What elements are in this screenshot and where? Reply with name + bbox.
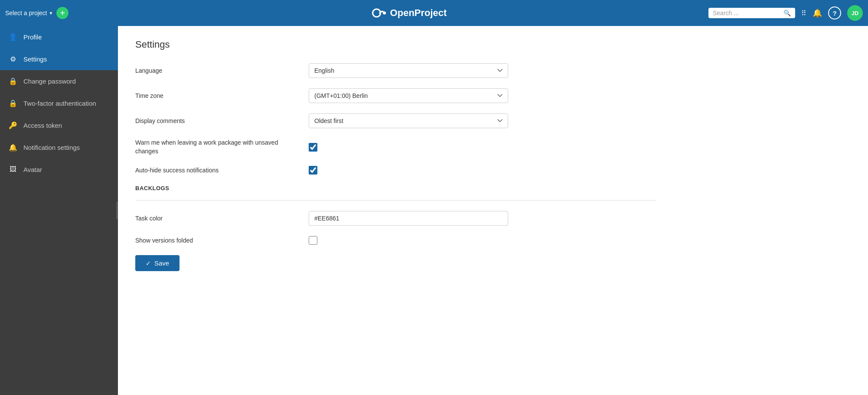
apps-icon[interactable]: ⠿ [801,9,806,17]
backlogs-heading: BACKLOGS [135,185,656,191]
language-control: English German French Spanish [309,63,508,78]
show-versions-checkbox[interactable] [309,236,317,245]
lock-icon: 🔒 [9,77,17,85]
search-box[interactable]: 🔍 [708,8,795,18]
svg-point-1 [383,11,386,14]
project-select[interactable]: Select a project ▼ [5,10,53,16]
help-icon[interactable]: ? [828,6,841,19]
warn-label: Warn me when leaving a work package with… [135,139,300,155]
display-comments-control: Oldest first Newest first [309,113,508,128]
profile-icon: 👤 [9,33,17,41]
timezone-label: Time zone [135,92,300,99]
autohide-row: Auto-hide success notifications [135,166,656,175]
save-button[interactable]: ✓ Save [135,255,179,271]
show-versions-checkbox-wrapper [309,236,317,245]
sidebar-item-label: Access token [23,122,62,129]
language-select[interactable]: English German French Spanish [309,63,508,78]
warn-row: Warn me when leaving a work package with… [135,139,656,155]
navbar: Select a project ▼ + OpenProject 🔍 ⠿ 🔔 ?… [0,0,868,26]
avatar[interactable]: JD [847,5,863,21]
logo-text: OpenProject [390,7,447,19]
sidebar-item-avatar[interactable]: 🖼 Avatar [0,159,118,180]
task-color-label: Task color [135,215,300,222]
save-label: Save [154,259,169,267]
sidebar-resize-handle[interactable] [116,202,118,219]
add-project-button[interactable]: + [56,7,69,19]
main-content: Settings Language English German French … [118,26,868,395]
image-icon: 🖼 [9,165,17,173]
sidebar-item-settings[interactable]: ⚙ Settings [0,48,118,70]
sidebar-item-notification-settings[interactable]: 🔔 Notification settings [0,136,118,159]
settings-form: Language English German French Spanish T… [135,63,656,271]
sidebar-item-label: Profile [23,33,42,41]
search-input[interactable] [713,10,781,16]
display-comments-label: Display comments [135,117,300,124]
timezone-row: Time zone (GMT+01:00) Berlin (GMT+00:00)… [135,88,656,103]
autohide-label: Auto-hide success notifications [135,167,300,174]
sidebar-item-two-factor[interactable]: 🔒 Two-factor authentication [0,92,118,114]
notifications-icon[interactable]: 🔔 [813,8,822,18]
key-icon: 🔑 [9,121,17,130]
settings-icon: ⚙ [9,55,17,63]
shield-icon: 🔒 [9,99,17,107]
language-row: Language English German French Spanish [135,63,656,78]
sidebar-item-profile[interactable]: 👤 Profile [0,26,118,48]
language-label: Language [135,67,300,74]
task-color-row: Task color [135,211,656,226]
sidebar-item-label: Change password [23,78,76,85]
checkmark-icon: ✓ [146,260,151,267]
sidebar-item-label: Two-factor authentication [23,100,96,107]
timezone-select[interactable]: (GMT+01:00) Berlin (GMT+00:00) UTC (GMT-… [309,88,508,103]
logo: OpenProject [371,5,447,21]
sidebar-item-change-password[interactable]: 🔒 Change password [0,70,118,92]
sidebar-item-label: Notification settings [23,144,80,151]
layout: 👤 Profile ⚙ Settings 🔒 Change password 🔒… [0,0,868,395]
warn-checkbox[interactable] [309,143,317,152]
show-versions-row: Show versions folded [135,236,656,245]
display-comments-select[interactable]: Oldest first Newest first [309,113,508,128]
timezone-control: (GMT+01:00) Berlin (GMT+00:00) UTC (GMT-… [309,88,508,103]
logo-icon [371,5,387,21]
section-divider [135,200,656,201]
search-icon: 🔍 [783,10,791,16]
autohide-checkbox-wrapper [309,166,317,175]
backlogs-heading-wrapper: BACKLOGS [135,185,656,191]
bell-icon: 🔔 [9,143,17,152]
navbar-left: Select a project ▼ + [5,7,109,19]
project-select-caret: ▼ [49,11,53,16]
sidebar: 👤 Profile ⚙ Settings 🔒 Change password 🔒… [0,26,118,395]
sidebar-item-label: Avatar [23,166,42,173]
autohide-checkbox[interactable] [309,166,317,175]
page-title: Settings [135,39,851,50]
navbar-right: 🔍 ⠿ 🔔 ? JD [708,5,863,21]
task-color-control [309,211,508,226]
show-versions-label: Show versions folded [135,237,300,244]
project-select-label: Select a project [5,10,47,16]
sidebar-item-access-token[interactable]: 🔑 Access token [0,114,118,136]
navbar-center: OpenProject [109,5,708,21]
warn-checkbox-wrapper [309,143,317,152]
display-comments-row: Display comments Oldest first Newest fir… [135,113,656,128]
task-color-input[interactable] [309,211,508,226]
sidebar-item-label: Settings [23,55,47,63]
